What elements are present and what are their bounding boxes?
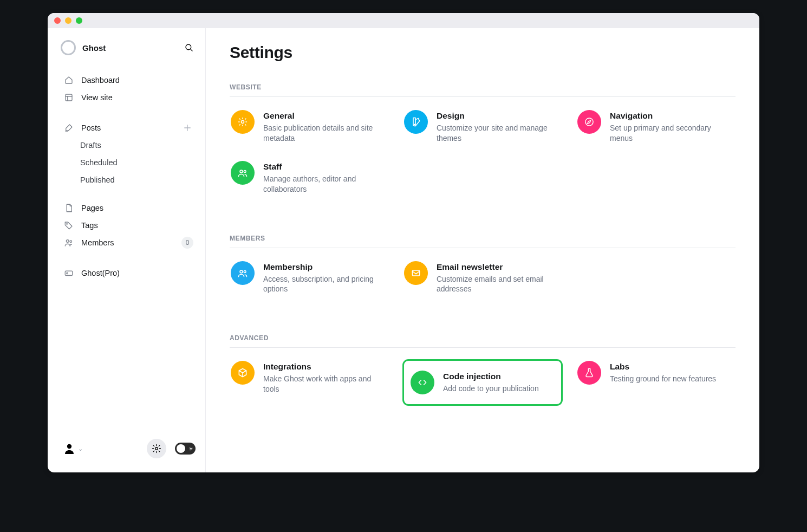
toggle-knob	[177, 444, 185, 453]
settings-button[interactable]	[147, 439, 166, 458]
sidebar-item-label: Members	[81, 238, 174, 247]
search-icon	[184, 43, 194, 53]
sidebar-item-label: Posts	[81, 124, 174, 132]
edit-icon	[64, 123, 74, 133]
sun-icon: ☀	[188, 446, 193, 452]
users-icon	[231, 161, 255, 185]
main-content: Settings WEBSITE General Basic publicati…	[206, 28, 759, 472]
card-desc: Make Ghost work with apps and tools	[263, 374, 388, 394]
svg-point-20	[244, 270, 246, 273]
house-icon	[64, 75, 74, 85]
traffic-light-close[interactable]	[54, 17, 61, 24]
flask-icon	[577, 361, 601, 385]
layout-icon	[64, 93, 74, 102]
add-post-button[interactable]	[181, 122, 193, 134]
svg-point-18	[244, 170, 246, 172]
svg-point-12	[67, 444, 71, 449]
sidebar-item-pages[interactable]: Pages	[61, 199, 198, 217]
card-icon	[64, 268, 74, 278]
search-button[interactable]	[180, 39, 198, 56]
brand-logo	[61, 40, 76, 55]
svg-rect-2	[66, 94, 72, 101]
card-title: Email newsletter	[437, 262, 561, 272]
card-desc: Basic publication details and site metad…	[263, 123, 388, 144]
brand-name: Ghost	[82, 43, 174, 53]
section-divider	[230, 248, 736, 248]
card-desc: Customize your site and manage themes	[437, 123, 561, 144]
card-desc: Customize emails and set email addresses	[437, 274, 561, 295]
sidebar-item-view-site[interactable]: View site	[61, 89, 198, 106]
card-general[interactable]: General Basic publication details and si…	[230, 109, 389, 145]
chevron-down-icon: ⌄	[78, 445, 83, 452]
card-email-newsletter[interactable]: Email newsletter Customize emails and se…	[403, 260, 562, 296]
card-title: Integrations	[263, 362, 388, 372]
sidebar-item-label: Scheduled	[80, 158, 193, 167]
card-title: Code injection	[443, 372, 539, 381]
section-members: MEMBERS Membership Access, subscription,…	[230, 235, 736, 296]
svg-point-11	[67, 273, 68, 274]
sidebar-item-published[interactable]: Published	[61, 171, 198, 189]
section-divider	[230, 96, 736, 97]
sidebar-item-label: Published	[80, 176, 193, 184]
svg-point-8	[66, 240, 69, 243]
box-icon	[231, 361, 255, 385]
card-title: Navigation	[610, 111, 734, 121]
svg-point-17	[240, 170, 243, 173]
card-title: Membership	[263, 262, 388, 272]
card-title: Labs	[610, 362, 716, 372]
sidebar-item-members[interactable]: Members 0	[61, 234, 198, 251]
code-icon	[411, 371, 434, 394]
card-labs[interactable]: Labs Testing ground for new features	[576, 360, 736, 405]
page-title: Settings	[230, 43, 736, 62]
gear-icon	[152, 444, 161, 453]
section-label: MEMBERS	[230, 235, 736, 242]
sidebar-item-ghost-pro[interactable]: Ghost(Pro)	[61, 264, 198, 282]
compass-icon	[577, 110, 601, 134]
sidebar-item-label: View site	[81, 93, 193, 102]
svg-line-1	[190, 49, 192, 51]
avatar-icon	[63, 442, 76, 455]
section-divider	[230, 347, 736, 348]
gear-icon	[231, 110, 255, 134]
card-desc: Testing ground for new features	[610, 374, 716, 384]
sidebar-item-dashboard[interactable]: Dashboard	[61, 72, 198, 89]
section-label: ADVANCED	[230, 334, 736, 342]
sidebar-item-label: Tags	[81, 221, 193, 230]
card-title: General	[263, 111, 388, 121]
svg-point-14	[242, 121, 244, 124]
svg-point-19	[240, 270, 243, 273]
sidebar-item-posts[interactable]: Posts	[61, 119, 198, 137]
sidebar-item-label: Dashboard	[81, 76, 193, 85]
app-window: Ghost Dashboard View site	[48, 13, 759, 472]
section-website: WEBSITE General Basic publication detail…	[230, 83, 736, 196]
users-icon	[231, 261, 255, 285]
sidebar: Ghost Dashboard View site	[48, 28, 206, 472]
section-advanced: ADVANCED Integrations Make Ghost work wi…	[230, 334, 736, 405]
svg-point-9	[70, 241, 72, 243]
sidebar-item-label: Ghost(Pro)	[81, 269, 193, 277]
members-count-badge: 0	[181, 237, 193, 249]
sidebar-item-label: Drafts	[80, 141, 193, 150]
sidebar-item-drafts[interactable]: Drafts	[61, 137, 198, 154]
swatch-icon	[404, 110, 428, 134]
sidebar-item-scheduled[interactable]: Scheduled	[61, 154, 198, 171]
card-desc: Access, subscription, and pricing option…	[263, 274, 388, 295]
traffic-light-minimize[interactable]	[65, 17, 71, 24]
theme-toggle[interactable]: ☀	[175, 443, 196, 455]
card-navigation[interactable]: Navigation Set up primary and secondary …	[576, 109, 736, 145]
sidebar-item-tags[interactable]: Tags	[61, 217, 198, 234]
sidebar-item-label: Pages	[81, 204, 193, 212]
card-integrations[interactable]: Integrations Make Ghost work with apps a…	[230, 360, 389, 405]
card-staff[interactable]: Staff Manage authors, editor and collabo…	[230, 160, 389, 196]
svg-point-7	[67, 224, 68, 225]
user-menu[interactable]: ⌄	[63, 442, 83, 455]
card-design[interactable]: Design Customize your site and manage th…	[403, 109, 562, 145]
card-membership[interactable]: Membership Access, subscription, and pri…	[230, 260, 389, 296]
titlebar	[48, 13, 759, 28]
svg-point-15	[414, 124, 415, 125]
card-code-injection[interactable]: Code injection Add code to your publicat…	[403, 360, 562, 405]
users-icon	[64, 238, 74, 248]
traffic-light-zoom[interactable]	[76, 17, 82, 24]
tag-icon	[64, 220, 74, 230]
svg-point-16	[585, 118, 593, 126]
